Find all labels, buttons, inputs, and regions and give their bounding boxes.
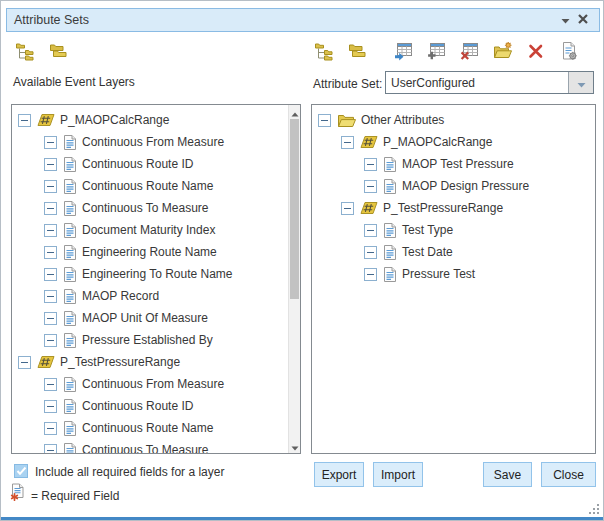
tree-item[interactable]: Continuous Route ID	[12, 153, 300, 175]
add-attribute-set-button[interactable]	[427, 43, 447, 63]
tree-item[interactable]: Continuous Route Name	[12, 417, 300, 439]
collapse-minus-icon[interactable]	[44, 136, 57, 149]
collapse-minus-icon[interactable]	[364, 224, 377, 237]
collapse-minus-icon[interactable]	[44, 246, 57, 259]
tree-item[interactable]: Other Attributes	[312, 109, 595, 131]
event-layer-icon	[360, 200, 378, 216]
collapse-minus-icon[interactable]	[44, 290, 57, 303]
tree-item-label: P_TestPressureRange	[383, 201, 503, 215]
tree-item[interactable]: Test Type	[312, 219, 595, 241]
collapse-minus-icon[interactable]	[44, 422, 57, 435]
collapse-minus-icon[interactable]	[318, 114, 331, 127]
field-doc-icon	[63, 134, 77, 151]
tree-item[interactable]: Engineering To Route Name	[12, 263, 300, 285]
tree-item[interactable]: Continuous From Measure	[12, 373, 300, 395]
tree-item[interactable]: Test Date	[312, 241, 595, 263]
checkmark-icon	[16, 462, 27, 480]
tree-item[interactable]: Document Maturity Index	[12, 219, 300, 241]
attribute-set-combobox[interactable]: UserConfigured	[385, 71, 594, 94]
field-doc-icon	[63, 178, 77, 195]
tree-item[interactable]: P_TestPressureRange	[312, 197, 595, 219]
window-collapse-button[interactable]	[556, 11, 574, 29]
tree-item-label: Continuous Route ID	[82, 399, 193, 413]
collapse-minus-icon[interactable]	[44, 202, 57, 215]
collapse-minus-icon[interactable]	[341, 202, 354, 215]
tree-item[interactable]: P_TestPressureRange	[12, 351, 300, 373]
tree-item[interactable]: P_MAOPCalcRange	[12, 109, 300, 131]
tree-item-label: Continuous From Measure	[82, 377, 224, 391]
collapse-minus-icon[interactable]	[341, 136, 354, 149]
save-button[interactable]: Save	[483, 462, 532, 487]
field-doc-icon	[383, 222, 397, 239]
tree-item-label: Pressure Established By	[82, 333, 213, 347]
add-layer-to-set-button[interactable]	[394, 43, 414, 63]
tree-item[interactable]: MAOP Unit Of Measure	[12, 307, 300, 329]
collapse-minus-icon[interactable]	[364, 268, 377, 281]
collapse-minus-icon[interactable]	[44, 334, 57, 347]
tree-item-label: Test Type	[402, 223, 453, 237]
tree-item[interactable]: Continuous Route ID	[12, 395, 300, 417]
field-doc-icon	[63, 244, 77, 261]
collapse-all-button[interactable]	[48, 43, 68, 63]
scroll-thumb[interactable]	[290, 119, 299, 299]
resize-grip[interactable]	[589, 504, 600, 515]
expand-all-button[interactable]	[15, 43, 35, 63]
scroll-up-button[interactable]	[289, 106, 300, 118]
attribute-set-properties-button[interactable]	[559, 43, 579, 63]
tree-item[interactable]: Pressure Test	[312, 263, 595, 285]
delete-attribute-set-button[interactable]	[526, 43, 546, 63]
collapse-minus-icon[interactable]	[44, 312, 57, 325]
table-go-icon	[394, 41, 414, 65]
new-attribute-set-button[interactable]	[493, 43, 513, 63]
tree-item[interactable]: MAOP Design Pressure	[312, 175, 595, 197]
left-panel-scrollbar[interactable]	[288, 105, 300, 453]
tree-item-label: P_MAOPCalcRange	[383, 135, 492, 149]
tree-item[interactable]: MAOP Record	[12, 285, 300, 307]
caret-down-icon	[291, 437, 299, 454]
tree-item[interactable]: Continuous To Measure	[12, 197, 300, 219]
collapse-all-button[interactable]	[347, 43, 367, 63]
collapse-minus-icon[interactable]	[44, 444, 57, 455]
tree-item[interactable]: Continuous Route Name	[12, 175, 300, 197]
collapse-minus-icon[interactable]	[44, 400, 57, 413]
collapse-minus-icon[interactable]	[44, 180, 57, 193]
scroll-down-button[interactable]	[289, 440, 300, 452]
tree-item[interactable]: P_MAOPCalcRange	[312, 131, 595, 153]
tree-item-label: MAOP Unit Of Measure	[82, 311, 208, 325]
collapse-minus-icon[interactable]	[44, 268, 57, 281]
table-add-icon	[427, 41, 447, 65]
tree-item[interactable]: MAOP Test Pressure	[312, 153, 595, 175]
tree-item[interactable]: Continuous From Measure	[12, 131, 300, 153]
include-required-checkbox[interactable]	[14, 464, 28, 478]
tree-item[interactable]: Engineering Route Name	[12, 241, 300, 263]
close-button[interactable]: Close	[541, 462, 596, 487]
collapse-minus-icon[interactable]	[18, 356, 31, 369]
collapse-minus-icon[interactable]	[44, 224, 57, 237]
tree-item-label: Engineering Route Name	[82, 245, 217, 259]
tree-item-label: Document Maturity Index	[82, 223, 215, 237]
title-bar[interactable]: Attribute Sets	[6, 8, 600, 32]
remove-attribute-set-button[interactable]	[460, 43, 480, 63]
collapse-minus-icon[interactable]	[364, 158, 377, 171]
event-layer-icon	[360, 134, 378, 150]
tree-item-label: Continuous Route Name	[82, 421, 213, 435]
import-button[interactable]: Import	[373, 462, 423, 487]
collapse-minus-icon[interactable]	[44, 378, 57, 391]
collapse-minus-icon[interactable]	[18, 114, 31, 127]
tree-item[interactable]: Pressure Established By	[12, 329, 300, 351]
tree-item-label: Other Attributes	[361, 113, 444, 127]
window-close-button[interactable]	[574, 11, 592, 29]
combo-dropdown-button[interactable]	[568, 72, 593, 93]
tree-item[interactable]: Continuous To Measure	[12, 439, 300, 454]
close-icon	[577, 13, 589, 28]
field-doc-icon	[383, 244, 397, 261]
export-button[interactable]: Export	[314, 462, 364, 487]
tree-item-label: Continuous To Measure	[82, 443, 209, 454]
collapse-minus-icon[interactable]	[44, 158, 57, 171]
field-doc-icon	[63, 332, 77, 349]
folder-new-icon	[493, 41, 513, 65]
collapse-minus-icon[interactable]	[364, 246, 377, 259]
tree-item-label: Continuous To Measure	[82, 201, 209, 215]
expand-all-button[interactable]	[314, 43, 334, 63]
collapse-minus-icon[interactable]	[364, 180, 377, 193]
